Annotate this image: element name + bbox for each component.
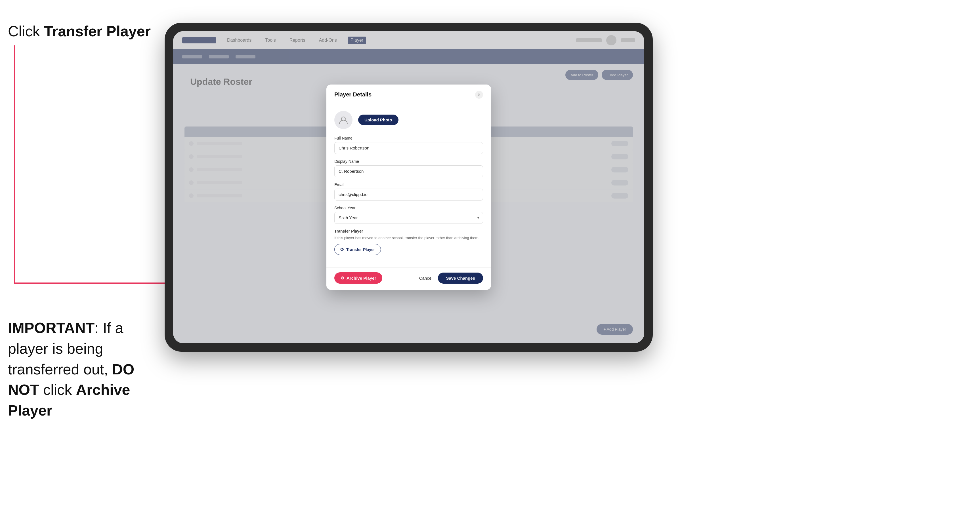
player-details-modal: Player Details × Upload Photo	[326, 84, 491, 290]
email-group: Email	[334, 183, 483, 200]
tablet-screen: Dashboards Tools Reports Add-Ons Player	[173, 31, 644, 343]
modal-title: Player Details	[334, 91, 372, 98]
modal-overlay: Player Details × Upload Photo	[173, 31, 644, 343]
avatar-circle	[334, 111, 353, 129]
transfer-player-section: Transfer Player If this player has moved…	[334, 229, 483, 255]
email-label: Email	[334, 183, 483, 187]
transfer-player-description: If this player has moved to another scho…	[334, 235, 483, 241]
display-name-label: Display Name	[334, 159, 483, 163]
full-name-label: Full Name	[334, 136, 483, 140]
transfer-player-button[interactable]: ⟳ Transfer Player	[334, 244, 381, 255]
footer-right: Cancel Save Changes	[419, 273, 483, 284]
school-year-label: School Year	[334, 206, 483, 210]
display-name-input[interactable]	[334, 165, 483, 177]
upload-photo-button[interactable]: Upload Photo	[358, 114, 398, 125]
instruction-top: Click Transfer Player	[8, 23, 151, 40]
full-name-input[interactable]	[334, 142, 483, 154]
transfer-player-title: Transfer Player	[334, 229, 483, 233]
instruction-highlight: Transfer Player	[44, 23, 151, 40]
school-year-select[interactable]: First Year Second Year Third Year Fourth…	[334, 212, 483, 224]
instruction-bottom: IMPORTANT: If a player is being transfer…	[8, 317, 156, 421]
avatar-row: Upload Photo	[334, 111, 483, 129]
modal-footer: ⊘ Archive Player Cancel Save Changes	[326, 267, 491, 290]
tablet-device: Dashboards Tools Reports Add-Ons Player	[165, 23, 653, 352]
display-name-group: Display Name	[334, 159, 483, 177]
archive-icon: ⊘	[340, 275, 344, 281]
school-year-select-wrapper: First Year Second Year Third Year Fourth…	[334, 212, 483, 224]
arrow-vertical	[14, 45, 15, 284]
full-name-group: Full Name	[334, 136, 483, 154]
modal-body: Upload Photo Full Name Display Name	[326, 104, 491, 268]
email-input[interactable]	[334, 189, 483, 200]
transfer-button-label: Transfer Player	[346, 247, 375, 252]
modal-header: Player Details ×	[326, 84, 491, 104]
save-changes-button[interactable]: Save Changes	[438, 273, 483, 284]
instruction-prefix: Click	[8, 23, 44, 40]
school-year-group: School Year First Year Second Year Third…	[334, 206, 483, 224]
archive-button-label: Archive Player	[347, 276, 376, 281]
transfer-icon: ⟳	[340, 247, 344, 252]
important-label: IMPORTANT	[8, 320, 94, 336]
modal-close-button[interactable]: ×	[475, 91, 483, 99]
user-icon	[338, 115, 348, 125]
cancel-button[interactable]: Cancel	[419, 276, 433, 281]
archive-player-button[interactable]: ⊘ Archive Player	[334, 272, 382, 284]
